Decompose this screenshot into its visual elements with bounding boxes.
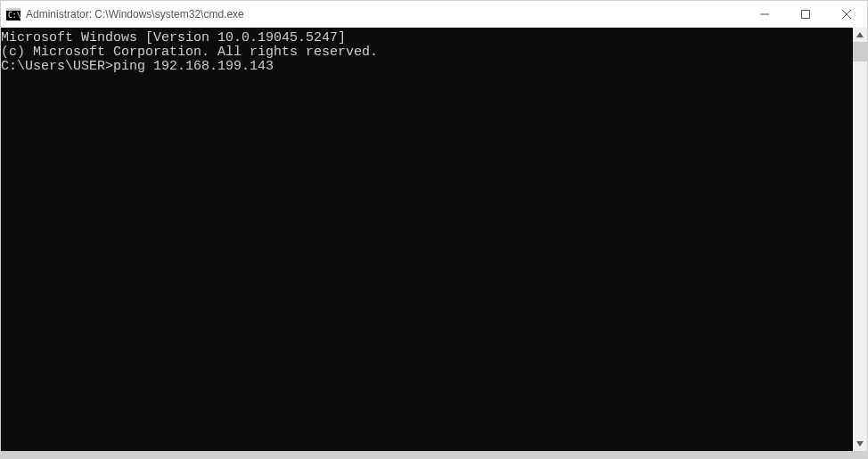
command-input[interactable]: ping 192.168.199.143 xyxy=(113,60,274,74)
cmd-icon: C:\ xyxy=(6,7,20,21)
svg-marker-7 xyxy=(856,32,864,37)
minimize-button[interactable] xyxy=(744,1,785,28)
scroll-down-arrow[interactable] xyxy=(853,437,867,451)
terminal-wrapper: Microsoft Windows [Version 10.0.19045.52… xyxy=(1,28,867,451)
scroll-up-arrow[interactable] xyxy=(853,28,867,42)
cmd-window: C:\ Administrator: C:\Windows\system32\c… xyxy=(0,0,868,452)
svg-rect-4 xyxy=(802,11,810,19)
output-line: (c) Microsoft Corporation. All rights re… xyxy=(1,45,853,60)
svg-marker-8 xyxy=(856,441,864,447)
window-controls xyxy=(744,1,867,28)
prompt-line: C:\Users\USER>ping 192.168.199.143 xyxy=(1,60,853,74)
terminal-output[interactable]: Microsoft Windows [Version 10.0.19045.52… xyxy=(1,28,853,451)
prompt: C:\Users\USER> xyxy=(1,60,113,74)
scroll-thumb[interactable] xyxy=(853,42,867,61)
svg-rect-1 xyxy=(6,8,20,11)
titlebar[interactable]: C:\ Administrator: C:\Windows\system32\c… xyxy=(1,1,867,28)
close-button[interactable] xyxy=(826,1,867,28)
scroll-track[interactable] xyxy=(853,42,867,437)
svg-text:C:\: C:\ xyxy=(8,12,20,20)
output-line: Microsoft Windows [Version 10.0.19045.52… xyxy=(1,31,853,45)
vertical-scrollbar[interactable] xyxy=(853,28,867,451)
window-title: Administrator: C:\Windows\system32\cmd.e… xyxy=(26,8,744,20)
maximize-button[interactable] xyxy=(785,1,826,28)
